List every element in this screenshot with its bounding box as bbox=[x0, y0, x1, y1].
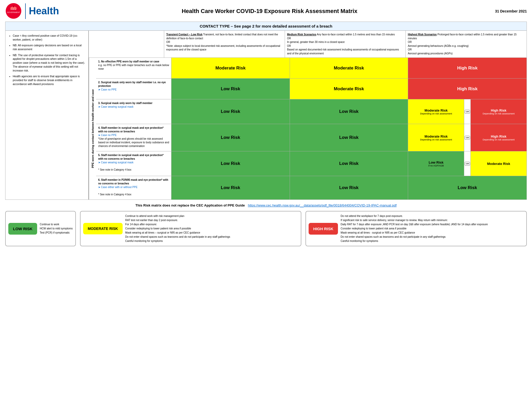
legend-low-item-1: Continue to work bbox=[40, 222, 73, 227]
legend-section: LOW RISK Continue to work HCW alert to m… bbox=[5, 211, 527, 246]
row-1-transient: Moderate Risk bbox=[171, 58, 290, 78]
legend-low-item-2: HCW alert to mild symptoms bbox=[40, 227, 73, 231]
row-4-highest-split: Moderate RiskDepending on risk assessmen… bbox=[408, 124, 527, 151]
svg-point-6 bbox=[12, 5, 15, 7]
bottom-link[interactable]: https://www.cec.health.nsw.gov.au/__data… bbox=[248, 203, 397, 207]
row-3-high-sub: Depending on risk assessment bbox=[483, 112, 515, 115]
legend-low-label: LOW RISK bbox=[8, 223, 37, 235]
row-2-transient: Low Risk bbox=[171, 79, 290, 99]
nsw-logo: NSW GOVERNMENT bbox=[5, 3, 22, 20]
legend-mod-item-4: Consider redeploying to lower patient ri… bbox=[125, 227, 230, 231]
or-badge-3: OR bbox=[464, 99, 471, 124]
row-5-highest-split: Low Riskif no AGP/AGB OR Moderate Risk bbox=[408, 151, 527, 176]
table-row: 5. Staff member in surgical mask and eye… bbox=[96, 151, 527, 176]
row-3-sub: ➤ Case wearing surgical mask bbox=[98, 105, 134, 108]
svg-text:GOVERNMENT: GOVERNMENT bbox=[7, 11, 20, 13]
row-1-title: 1. No effective PPE worn by staff member… bbox=[98, 60, 159, 63]
or-label-5: OR bbox=[465, 162, 470, 166]
legend-mod-item-2: RAT test not earlier than day 2 post exp… bbox=[125, 218, 230, 222]
legend-high-item-5: Mask wearing at all times - surgical or … bbox=[341, 231, 488, 235]
row-5-low-sub: if no AGP/AGB bbox=[428, 164, 444, 167]
legend-high-item-1: Do not attend the workplace for 7 days p… bbox=[341, 214, 488, 218]
legend-moderate-label: MODERATE RISK bbox=[83, 223, 123, 234]
page: NSW GOVERNMENT Health Health Care Worker… bbox=[0, 0, 532, 249]
legend-low-group: LOW RISK Continue to work HCW alert to m… bbox=[5, 211, 76, 246]
page-title: Health Care Worker COVID-19 Exposure Ris… bbox=[59, 8, 480, 15]
or-badge-4: OR bbox=[464, 124, 471, 151]
row-2-highest: High Risk bbox=[408, 79, 527, 99]
medium-desc: Any face-to-face contact within 1.5 metr… bbox=[287, 33, 399, 55]
legend-high-desc: Do not attend the workplace for 7 days p… bbox=[341, 214, 488, 243]
row-3-highest-split: Moderate RiskDepending on risk assessmen… bbox=[408, 99, 527, 124]
row-label: PPE worn during contact between health w… bbox=[89, 58, 96, 199]
row-5-title: 5. Staff member in surgical mask and eye… bbox=[98, 154, 164, 160]
table-row: 1. No effective PPE worn by staff member… bbox=[96, 58, 527, 79]
bottom-note-text: This Risk matrix does not replace the CE… bbox=[135, 203, 245, 207]
row-4-medium: Low Risk bbox=[290, 124, 408, 151]
row-1-highest: High Risk bbox=[408, 58, 527, 78]
matrix-rows: 1. No effective PPE worn by staff member… bbox=[96, 58, 527, 199]
row-3-desc: 3. Surgical mask only worn by staff memb… bbox=[96, 99, 171, 124]
legend-mod-item-1: Continue to attend work with risk manage… bbox=[125, 214, 230, 218]
row-6-medium: Low Risk bbox=[290, 176, 408, 199]
or-label-3: OR bbox=[465, 110, 470, 114]
row-4-mod-sub: Depending on risk assessment bbox=[420, 138, 452, 141]
legend-high-item-3: Daily RAT for 7 days after exposure ;AND… bbox=[341, 222, 488, 227]
row-5-desc: 5. Staff member in surgical mask and eye… bbox=[96, 151, 171, 176]
health-label: Health bbox=[29, 5, 59, 17]
bullet-3: NB: The use of protective eyewear for co… bbox=[13, 53, 85, 72]
row-2-desc: 2. Surgical mask only worn by staff memb… bbox=[96, 79, 171, 99]
legend-mod-item-7: Careful monitoring for symptoms bbox=[125, 239, 230, 243]
bullets-list: Case = Any confirmed positive case of CO… bbox=[9, 34, 85, 86]
bullet-1: Case = Any confirmed positive case of CO… bbox=[13, 34, 85, 41]
row-2-medium: Moderate Risk bbox=[290, 79, 408, 99]
legend-high-item-4: Consider redeploying to lower patient ri… bbox=[341, 227, 488, 231]
row-5-transient: Low Risk bbox=[171, 151, 290, 176]
or-label-4: OR bbox=[465, 136, 470, 140]
row-4-mod-risk: Moderate RiskDepending on risk assessmen… bbox=[408, 124, 464, 151]
table-row: 4. Staff member in surgical mask and eye… bbox=[96, 124, 527, 151]
logo-area: NSW GOVERNMENT Health bbox=[5, 3, 59, 20]
row-4-transient: Low Risk bbox=[171, 124, 290, 151]
row-4-desc: 4. Staff member in surgical mask and eye… bbox=[96, 124, 171, 151]
col-header-medium: Medium Risk Scenarios Any face-to-face c… bbox=[285, 31, 406, 57]
row-5-low-risk: Low Riskif no AGP/AGB bbox=[408, 151, 464, 176]
row-2-title: 2. Surgical mask only worn by staff memb… bbox=[98, 81, 166, 87]
legend-mod-item-6: Do not enter shared spaces such as tearo… bbox=[125, 235, 230, 239]
row-5-note: * See note in Category 4 box bbox=[98, 168, 131, 171]
or-badge-5: OR bbox=[464, 151, 471, 176]
matrix-body: PPE worn during contact between health w… bbox=[89, 58, 527, 199]
row-4-sub: ➤ Case no PPE bbox=[98, 134, 117, 137]
row-3-title: 3. Surgical mask only worn by staff memb… bbox=[98, 102, 152, 105]
bullet-4: Health agencies are to ensure that appro… bbox=[13, 74, 85, 86]
medium-title: Medium Risk Scenarios bbox=[287, 33, 316, 36]
row-3-transient: Low Risk bbox=[171, 99, 290, 124]
row-1-extra: e.g. no PPE or PPE with major breaches s… bbox=[98, 64, 169, 70]
legend-moderate-desc: Continue to attend work with risk manage… bbox=[125, 214, 230, 243]
transient-title: Transient Contact – Low Risk bbox=[166, 33, 202, 36]
row-2-sub: ➤ Case no PPE bbox=[98, 88, 117, 91]
col-header-highest: Highest Risk Scenarios Prolonged face-to… bbox=[406, 31, 527, 57]
contact-type-header: CONTACT TYPE – See page 2 for more detai… bbox=[5, 22, 527, 31]
col-header-empty bbox=[89, 31, 164, 57]
legend-high-label: HIGH RISK bbox=[309, 223, 338, 235]
row-3-mod-risk: Moderate RiskDepending on risk assessmen… bbox=[408, 99, 464, 124]
header-date: 31 December 2021 bbox=[480, 9, 527, 13]
legend-moderate-group: MODERATE RISK Continue to attend work wi… bbox=[80, 211, 301, 246]
row-3-mod-sub: Depending on risk assessment bbox=[420, 112, 452, 115]
row-5-mod-risk: Moderate Risk bbox=[471, 151, 527, 176]
col-header-transient: Transient Contact – Low Risk Transient, … bbox=[164, 31, 285, 57]
bottom-note: This Risk matrix does not replace the CE… bbox=[5, 203, 527, 207]
legend-high-item-6: Do not enter shared spaces such as tearo… bbox=[341, 235, 488, 239]
legend-mod-item-3: For 14 days after exposure: bbox=[125, 222, 230, 227]
legend-mod-item-5: Mask wearing at all times – surgical or … bbox=[125, 231, 230, 235]
table-row: 2. Surgical mask only worn by staff memb… bbox=[96, 79, 527, 99]
row-4-high-sub: Depending on risk assessment bbox=[483, 138, 515, 141]
column-headers: Transient Contact – Low Risk Transient, … bbox=[89, 31, 527, 58]
legend-low-desc: Continue to work HCW alert to mild sympt… bbox=[40, 222, 73, 235]
row-4-high-risk: High RiskDepending on risk assessment bbox=[471, 124, 527, 151]
header-divider bbox=[25, 3, 26, 19]
svg-point-5 bbox=[10, 7, 13, 10]
legend-high-item-2: If significant risk to safe service deli… bbox=[341, 218, 488, 222]
bullet-2: NB: All exposure category decisions are … bbox=[13, 43, 85, 51]
